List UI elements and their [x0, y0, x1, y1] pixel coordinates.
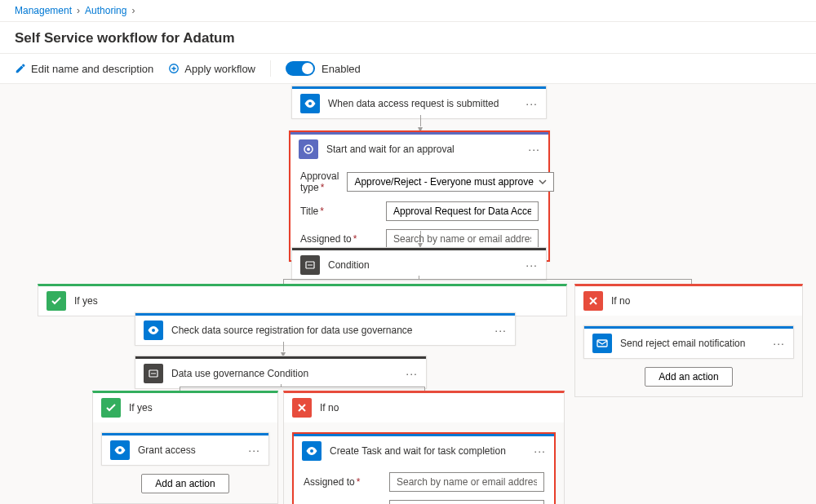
inner-if-no-branch: If no Create Task and wait for task comp…: [283, 391, 565, 504]
breadcrumb: Management › Authoring ›: [0, 0, 816, 22]
toggle-track[interactable]: [286, 61, 315, 76]
approval-title-label: Title*: [300, 206, 378, 217]
workflow-canvas: When data access request is submitted ··…: [0, 84, 816, 504]
task-assigned-label: Assigned to*: [304, 476, 381, 488]
more-icon[interactable]: ···: [773, 337, 785, 350]
page-title: Self Service workflow for Adatum: [15, 30, 801, 46]
svg-point-2: [307, 148, 310, 151]
approval-assigned-input[interactable]: [386, 229, 539, 249]
edit-name-button[interactable]: Edit name and description: [15, 63, 153, 75]
close-icon: [292, 398, 312, 418]
enabled-toggle[interactable]: Enabled: [286, 61, 361, 76]
create-task-card[interactable]: Create Task and wait for task completion…: [292, 432, 556, 504]
apply-workflow-label: Apply workflow: [184, 63, 255, 75]
edit-name-label: Edit name and description: [31, 63, 153, 75]
apply-workflow-button[interactable]: Apply workflow: [168, 63, 255, 75]
if-yes-label: If yes: [74, 295, 98, 307]
title-bar: Self Service workflow for Adatum: [0, 22, 816, 54]
toolbar: Edit name and description Apply workflow…: [0, 54, 816, 84]
check-registration-title: Check data source registration for data …: [171, 325, 413, 336]
task-title-input[interactable]: [389, 500, 544, 504]
inner-if-yes-branch: If yes Grant access ··· Add an action: [92, 391, 278, 504]
svg-rect-3: [597, 340, 607, 347]
check-icon: [47, 291, 66, 311]
condition-title: Condition: [328, 259, 370, 271]
apply-icon: [168, 63, 180, 74]
reject-email-title: Send reject email notification: [620, 338, 745, 349]
condition-icon: [300, 255, 320, 275]
grant-access-title: Grant access: [138, 444, 196, 456]
more-icon[interactable]: ···: [526, 259, 538, 272]
check-registration-card[interactable]: Check data source registration for data …: [135, 312, 516, 346]
inner-if-no-label: If no: [320, 402, 339, 413]
toggle-thumb: [302, 63, 313, 74]
approval-title-input[interactable]: [386, 201, 539, 221]
enabled-label: Enabled: [322, 63, 361, 75]
more-icon[interactable]: ···: [406, 367, 418, 380]
eye-icon: [110, 440, 130, 460]
more-icon[interactable]: ···: [526, 97, 538, 110]
check-icon: [101, 398, 121, 418]
approval-type-label: Approval type*: [300, 170, 339, 193]
approval-type-select[interactable]: Approve/Reject - Everyone must approve: [347, 172, 554, 192]
gov-condition-title: Data use governance Condition: [171, 368, 308, 379]
task-assigned-input[interactable]: [389, 472, 544, 492]
breadcrumb-authoring[interactable]: Authoring: [85, 5, 126, 16]
chevron-icon: ›: [77, 5, 80, 16]
mail-icon: [592, 334, 612, 353]
breadcrumb-management[interactable]: Management: [15, 5, 72, 16]
inner-if-yes-label: If yes: [129, 402, 153, 413]
approval-title: Start and wait for an approval: [326, 144, 455, 155]
close-icon: [583, 291, 603, 311]
chevron-icon: ›: [131, 5, 135, 16]
reject-email-card[interactable]: Send reject email notification ···: [583, 325, 794, 359]
divider: [270, 60, 271, 77]
if-no-label: If no: [611, 295, 630, 307]
add-action-button[interactable]: Add an action: [141, 474, 228, 493]
edit-icon: [15, 63, 26, 74]
grant-access-card[interactable]: Grant access ···: [101, 432, 269, 466]
more-icon[interactable]: ···: [494, 324, 507, 337]
eye-icon: [300, 94, 320, 113]
eye-icon: [302, 441, 322, 461]
if-no-branch: If no Send reject email notification ···…: [574, 284, 803, 397]
trigger-card[interactable]: When data access request is submitted ··…: [291, 86, 547, 119]
more-icon[interactable]: ···: [528, 143, 540, 156]
add-action-button[interactable]: Add an action: [645, 367, 732, 387]
trigger-title: When data access request is submitted: [328, 98, 499, 109]
approval-icon: [299, 139, 318, 159]
approval-assigned-label: Assigned to*: [300, 233, 378, 245]
more-icon[interactable]: ···: [248, 444, 260, 457]
if-yes-branch: If yes: [38, 284, 567, 316]
create-task-title: Create Task and wait for task completion: [330, 445, 506, 457]
eye-icon: [144, 321, 163, 340]
more-icon[interactable]: ···: [534, 444, 546, 458]
condition-icon: [144, 364, 163, 383]
